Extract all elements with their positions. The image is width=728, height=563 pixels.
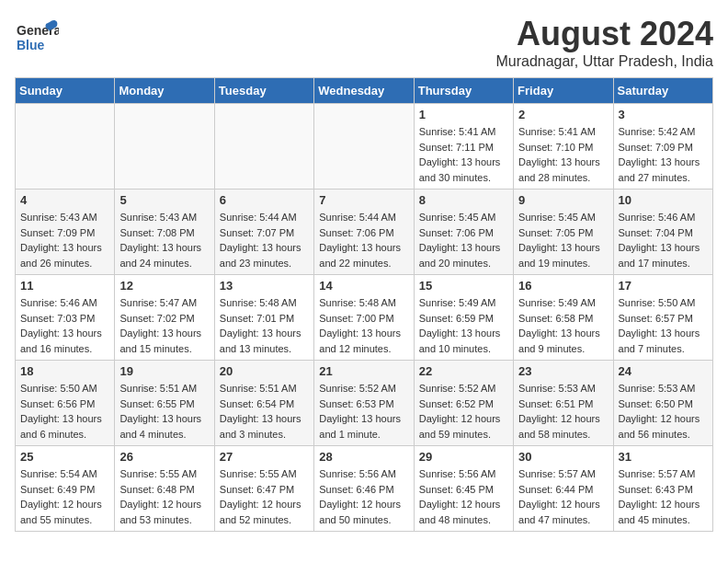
calendar-cell: 16Sunrise: 5:49 AMSunset: 6:58 PMDayligh… <box>514 275 613 361</box>
calendar-cell: 28Sunrise: 5:56 AMSunset: 6:46 PMDayligh… <box>314 446 414 532</box>
calendar-cell: 10Sunrise: 5:46 AMSunset: 7:04 PMDayligh… <box>613 190 712 275</box>
day-info: Sunrise: 5:56 AMSunset: 6:45 PMDaylight:… <box>419 466 508 527</box>
calendar-cell: 5Sunrise: 5:43 AMSunset: 7:08 PMDaylight… <box>115 190 214 275</box>
day-info: Sunrise: 5:41 AMSunset: 7:10 PMDaylight:… <box>518 124 608 185</box>
calendar-cell: 6Sunrise: 5:44 AMSunset: 7:07 PMDaylight… <box>214 190 313 275</box>
day-info: Sunrise: 5:57 AMSunset: 6:44 PMDaylight:… <box>518 466 608 527</box>
weekday-header-sunday: Sunday <box>16 78 115 104</box>
day-number: 22 <box>419 364 508 378</box>
calendar-cell: 29Sunrise: 5:56 AMSunset: 6:45 PMDayligh… <box>414 446 513 532</box>
day-number: 1 <box>419 108 508 121</box>
day-info: Sunrise: 5:49 AMSunset: 6:59 PMDaylight:… <box>419 295 508 356</box>
svg-text:Blue: Blue <box>17 38 45 52</box>
calendar-cell: 13Sunrise: 5:48 AMSunset: 7:01 PMDayligh… <box>214 275 313 361</box>
calendar-week-3: 11Sunrise: 5:46 AMSunset: 7:03 PMDayligh… <box>16 275 713 361</box>
day-info: Sunrise: 5:44 AMSunset: 7:06 PMDaylight:… <box>319 210 408 270</box>
calendar-cell: 7Sunrise: 5:44 AMSunset: 7:06 PMDaylight… <box>314 190 414 275</box>
calendar-week-2: 4Sunrise: 5:43 AMSunset: 7:09 PMDaylight… <box>16 190 713 275</box>
calendar-cell: 18Sunrise: 5:50 AMSunset: 6:56 PMDayligh… <box>16 361 115 446</box>
calendar-cell <box>314 104 414 190</box>
weekday-header-monday: Monday <box>115 78 214 104</box>
day-number: 30 <box>518 450 608 464</box>
weekday-header-saturday: Saturday <box>613 78 712 104</box>
calendar-cell: 1Sunrise: 5:41 AMSunset: 7:11 PMDaylight… <box>414 104 513 190</box>
day-info: Sunrise: 5:56 AMSunset: 6:46 PMDaylight:… <box>319 466 408 527</box>
calendar-cell <box>16 104 115 190</box>
calendar-week-4: 18Sunrise: 5:50 AMSunset: 6:56 PMDayligh… <box>16 361 713 446</box>
day-info: Sunrise: 5:54 AMSunset: 6:49 PMDaylight:… <box>20 466 109 527</box>
day-info: Sunrise: 5:48 AMSunset: 7:00 PMDaylight:… <box>319 295 408 356</box>
day-number: 6 <box>220 193 309 207</box>
day-info: Sunrise: 5:53 AMSunset: 6:50 PMDaylight:… <box>619 381 708 442</box>
day-info: Sunrise: 5:49 AMSunset: 6:58 PMDaylight:… <box>518 295 608 356</box>
day-number: 28 <box>319 450 408 464</box>
calendar-cell: 31Sunrise: 5:57 AMSunset: 6:43 PMDayligh… <box>613 446 712 532</box>
calendar-cell: 17Sunrise: 5:50 AMSunset: 6:57 PMDayligh… <box>613 275 712 361</box>
calendar-cell: 22Sunrise: 5:52 AMSunset: 6:52 PMDayligh… <box>414 361 513 446</box>
day-number: 15 <box>419 279 508 293</box>
calendar-cell: 26Sunrise: 5:55 AMSunset: 6:48 PMDayligh… <box>115 446 214 532</box>
day-number: 7 <box>319 193 408 207</box>
calendar-cell: 24Sunrise: 5:53 AMSunset: 6:50 PMDayligh… <box>613 361 712 446</box>
weekday-header-wednesday: Wednesday <box>314 78 414 104</box>
day-info: Sunrise: 5:43 AMSunset: 7:09 PMDaylight:… <box>20 210 109 270</box>
calendar-cell: 15Sunrise: 5:49 AMSunset: 6:59 PMDayligh… <box>414 275 513 361</box>
day-number: 5 <box>119 193 209 207</box>
day-number: 14 <box>319 279 408 293</box>
day-number: 9 <box>518 193 608 207</box>
day-info: Sunrise: 5:41 AMSunset: 7:11 PMDaylight:… <box>419 124 508 185</box>
day-info: Sunrise: 5:51 AMSunset: 6:54 PMDaylight:… <box>220 381 309 442</box>
day-number: 18 <box>20 364 109 378</box>
calendar-table: SundayMondayTuesdayWednesdayThursdayFrid… <box>15 77 713 532</box>
day-info: Sunrise: 5:52 AMSunset: 6:52 PMDaylight:… <box>419 381 508 442</box>
day-number: 31 <box>619 450 708 464</box>
day-number: 19 <box>119 364 209 378</box>
day-number: 17 <box>619 279 708 293</box>
calendar-cell: 3Sunrise: 5:42 AMSunset: 7:09 PMDaylight… <box>613 104 712 190</box>
calendar-cell: 25Sunrise: 5:54 AMSunset: 6:49 PMDayligh… <box>16 446 115 532</box>
calendar-cell: 23Sunrise: 5:53 AMSunset: 6:51 PMDayligh… <box>514 361 613 446</box>
calendar-cell: 9Sunrise: 5:45 AMSunset: 7:05 PMDaylight… <box>514 190 613 275</box>
calendar-cell: 14Sunrise: 5:48 AMSunset: 7:00 PMDayligh… <box>314 275 414 361</box>
calendar-cell: 11Sunrise: 5:46 AMSunset: 7:03 PMDayligh… <box>16 275 115 361</box>
calendar-cell <box>214 104 313 190</box>
day-number: 16 <box>518 279 608 293</box>
day-number: 10 <box>619 193 708 207</box>
day-info: Sunrise: 5:50 AMSunset: 6:56 PMDaylight:… <box>20 381 109 442</box>
day-info: Sunrise: 5:48 AMSunset: 7:01 PMDaylight:… <box>220 295 309 356</box>
day-info: Sunrise: 5:53 AMSunset: 6:51 PMDaylight:… <box>518 381 608 442</box>
calendar-cell: 27Sunrise: 5:55 AMSunset: 6:47 PMDayligh… <box>214 446 313 532</box>
day-info: Sunrise: 5:50 AMSunset: 6:57 PMDaylight:… <box>619 295 708 356</box>
calendar-cell <box>115 104 214 190</box>
day-info: Sunrise: 5:46 AMSunset: 7:04 PMDaylight:… <box>619 210 708 270</box>
day-number: 8 <box>419 193 508 207</box>
day-number: 25 <box>20 450 109 464</box>
day-number: 24 <box>619 364 708 378</box>
day-info: Sunrise: 5:45 AMSunset: 7:05 PMDaylight:… <box>518 210 608 270</box>
day-info: Sunrise: 5:43 AMSunset: 7:08 PMDaylight:… <box>119 210 209 270</box>
calendar-week-5: 25Sunrise: 5:54 AMSunset: 6:49 PMDayligh… <box>16 446 713 532</box>
calendar-cell: 20Sunrise: 5:51 AMSunset: 6:54 PMDayligh… <box>214 361 313 446</box>
day-info: Sunrise: 5:46 AMSunset: 7:03 PMDaylight:… <box>20 295 109 356</box>
calendar-cell: 2Sunrise: 5:41 AMSunset: 7:10 PMDaylight… <box>514 104 613 190</box>
title-block: August 2024 Muradnagar, Uttar Pradesh, I… <box>495 15 713 70</box>
day-info: Sunrise: 5:47 AMSunset: 7:02 PMDaylight:… <box>119 295 209 356</box>
calendar-week-1: 1Sunrise: 5:41 AMSunset: 7:11 PMDaylight… <box>16 104 713 190</box>
day-number: 27 <box>220 450 309 464</box>
day-info: Sunrise: 5:55 AMSunset: 6:47 PMDaylight:… <box>220 466 309 527</box>
weekday-header-tuesday: Tuesday <box>214 78 313 104</box>
day-number: 29 <box>419 450 508 464</box>
day-info: Sunrise: 5:51 AMSunset: 6:55 PMDaylight:… <box>119 381 209 442</box>
day-number: 3 <box>619 108 708 121</box>
day-number: 4 <box>20 193 109 207</box>
calendar-cell: 4Sunrise: 5:43 AMSunset: 7:09 PMDaylight… <box>16 190 115 275</box>
day-info: Sunrise: 5:44 AMSunset: 7:07 PMDaylight:… <box>220 210 309 270</box>
day-number: 2 <box>518 108 608 121</box>
logo: General Blue <box>15 15 59 63</box>
day-number: 12 <box>119 279 209 293</box>
calendar-cell: 21Sunrise: 5:52 AMSunset: 6:53 PMDayligh… <box>314 361 414 446</box>
weekday-header-row: SundayMondayTuesdayWednesdayThursdayFrid… <box>16 78 713 104</box>
calendar-cell: 19Sunrise: 5:51 AMSunset: 6:55 PMDayligh… <box>115 361 214 446</box>
calendar-cell: 8Sunrise: 5:45 AMSunset: 7:06 PMDaylight… <box>414 190 513 275</box>
day-info: Sunrise: 5:57 AMSunset: 6:43 PMDaylight:… <box>619 466 708 527</box>
